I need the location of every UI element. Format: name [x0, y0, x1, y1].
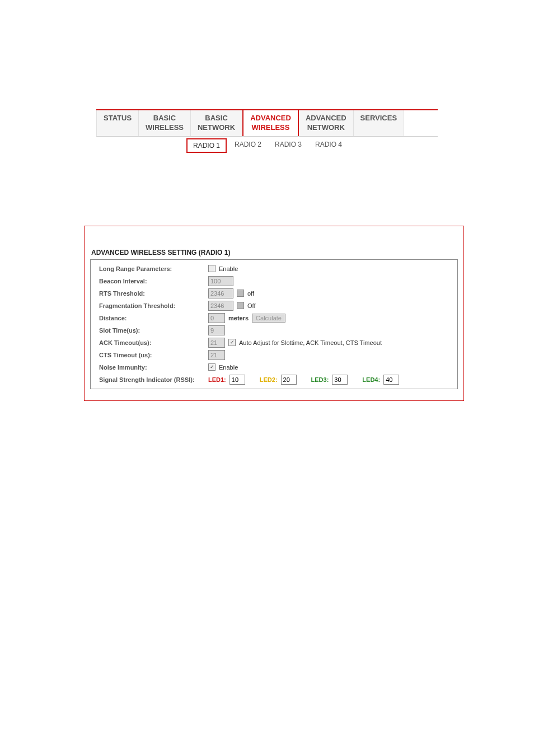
row-noise: Noise Immunity: Enable	[91, 361, 457, 374]
ack-auto-text: Auto Adjust for Slottime, ACK Timeout, C…	[239, 339, 382, 346]
led4-input[interactable]	[383, 375, 399, 385]
beacon-input[interactable]	[208, 276, 233, 286]
frag-off-checkbox[interactable]	[237, 302, 244, 309]
distance-input[interactable]	[208, 313, 225, 323]
row-frag: Fragmentation Threshold: Off	[91, 300, 457, 312]
row-ack: ACK Timeout(us): Auto Adjust for Slottim…	[91, 337, 457, 349]
long-range-enable-text: Enable	[219, 265, 238, 272]
rssi-label: Signal Strength Indicator (RSSI):	[99, 376, 208, 383]
tab-services[interactable]: SERVICES	[354, 110, 405, 136]
row-beacon: Beacon Interval:	[91, 275, 457, 287]
led2-input[interactable]	[281, 375, 297, 385]
distance-label: Distance:	[99, 315, 208, 321]
noise-enable-text: Enable	[219, 364, 238, 371]
subtab-radio2[interactable]: RADIO 2	[229, 138, 267, 153]
row-long-range: Long Range Parameters: Enable	[91, 263, 457, 275]
subtab-radio1[interactable]: RADIO 1	[186, 138, 227, 153]
tab-status[interactable]: STATUS	[96, 110, 139, 136]
ack-input[interactable]	[208, 338, 225, 348]
sub-tabs: RADIO 1 RADIO 2 RADIO 3 RADIO 4	[96, 138, 438, 153]
row-cts: CTS Timeout (us):	[91, 349, 457, 361]
slot-label: Slot Time(us):	[99, 327, 208, 334]
rts-off-text: off	[247, 290, 254, 297]
row-rts: RTS Threshold: off	[91, 287, 457, 300]
rts-off-checkbox[interactable]	[237, 290, 244, 297]
frag-label: Fragmentation Threshold:	[99, 302, 208, 309]
cts-input[interactable]	[208, 350, 225, 360]
tab-basic-wireless[interactable]: BASIC WIRELESS	[139, 110, 191, 136]
rts-input[interactable]	[208, 288, 233, 298]
row-slot: Slot Time(us):	[91, 324, 457, 337]
led4-label: LED4:	[362, 376, 380, 383]
beacon-label: Beacon Interval:	[99, 278, 208, 284]
tab-basic-network[interactable]: BASIC NETWORK	[191, 110, 242, 136]
cts-label: CTS Timeout (us):	[99, 352, 208, 358]
led3-input[interactable]	[332, 375, 348, 385]
long-range-checkbox[interactable]	[208, 265, 216, 272]
ack-auto-checkbox[interactable]	[228, 339, 236, 346]
main-tabs: STATUS BASIC WIRELESS BASIC NETWORK ADVA…	[96, 109, 438, 137]
led2-label: LED2:	[260, 376, 278, 383]
led1-input[interactable]	[229, 375, 245, 385]
row-rssi: Signal Strength Indicator (RSSI): LED1: …	[91, 374, 457, 386]
led1-label: LED1:	[208, 376, 226, 383]
long-range-label: Long Range Parameters:	[99, 265, 208, 272]
tab-advanced-wireless[interactable]: ADVANCED WIRELESS	[242, 110, 299, 136]
tab-advanced-network[interactable]: ADVANCED NETWORK	[299, 110, 354, 136]
ack-label: ACK Timeout(us):	[99, 339, 208, 346]
calculate-button[interactable]: Calculate	[252, 314, 285, 323]
subtab-radio3[interactable]: RADIO 3	[269, 138, 307, 153]
noise-label: Noise Immunity:	[99, 364, 208, 371]
panel-title: ADVANCED WIRELESS SETTING (RADIO 1)	[90, 249, 458, 256]
noise-checkbox[interactable]	[208, 363, 216, 371]
frag-off-text: Off	[247, 302, 255, 309]
settings-panel: ADVANCED WIRELESS SETTING (RADIO 1) Long…	[84, 226, 464, 401]
distance-unit: meters	[228, 315, 249, 321]
settings-table: Long Range Parameters: Enable Beacon Int…	[90, 259, 458, 389]
rts-label: RTS Threshold:	[99, 290, 208, 297]
row-distance: Distance: meters Calculate	[91, 312, 457, 324]
frag-input[interactable]	[208, 301, 233, 311]
subtab-radio4[interactable]: RADIO 4	[310, 138, 348, 153]
led3-label: LED3:	[311, 376, 329, 383]
slot-input[interactable]	[208, 325, 225, 335]
